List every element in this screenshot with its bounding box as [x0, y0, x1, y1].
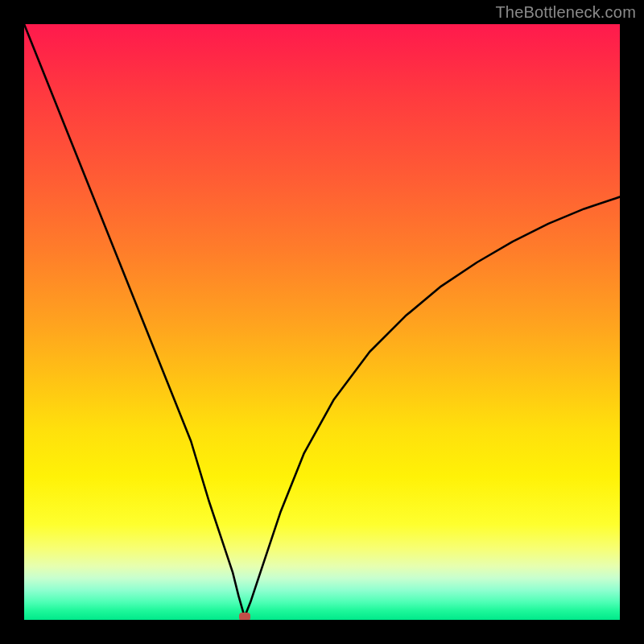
minimum-marker	[239, 613, 250, 620]
bottleneck-curve	[24, 24, 620, 620]
chart-frame: TheBottleneck.com	[0, 0, 644, 644]
curve-path	[24, 24, 620, 617]
watermark-text: TheBottleneck.com	[495, 3, 636, 22]
plot-area	[24, 24, 620, 620]
